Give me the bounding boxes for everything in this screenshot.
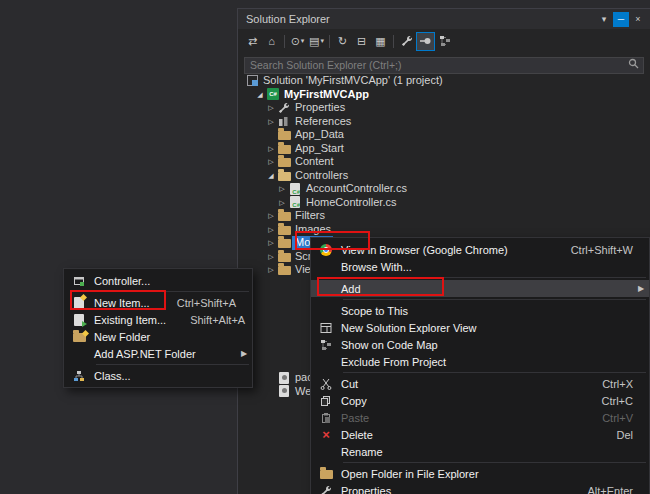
tree-item-content[interactable]: ▷Content: [244, 155, 650, 169]
tree-item-filters[interactable]: ▷Filters: [244, 209, 650, 223]
menu-item-open-folder-in-file-explorer[interactable]: Open Folder in File Explorer: [311, 465, 649, 482]
expander-icon[interactable]: ▷: [266, 209, 276, 223]
tree-item-images[interactable]: ▷Images: [244, 223, 650, 237]
panel-title: Solution Explorer: [246, 13, 595, 25]
menu-item-cut[interactable]: CutCtrl+X: [311, 375, 649, 392]
new-item-icon: [64, 297, 94, 309]
minimize-icon[interactable]: ─: [613, 12, 629, 27]
menu-item-delete[interactable]: ×DeleteDel: [311, 426, 649, 443]
menu-item-add[interactable]: Add▶: [311, 280, 649, 297]
expander-icon[interactable]: ▷: [266, 250, 276, 264]
home-icon[interactable]: ⌂: [263, 33, 280, 50]
menu-item-controller[interactable]: Controller...: [64, 272, 252, 289]
tree-item-controllers[interactable]: ◢Controllers: [244, 169, 650, 183]
expander-icon[interactable]: ◢: [266, 169, 276, 183]
menu-item-properties[interactable]: PropertiesAlt+Enter: [311, 482, 649, 494]
menu-item-label: New Item...: [94, 297, 150, 309]
tree-item-myfirstmvcapp[interactable]: ◢C#MyFirstMVCApp: [244, 88, 650, 102]
close-icon[interactable]: ×: [630, 12, 646, 27]
menu-item-new-solution-explorer-view[interactable]: New Solution Explorer View: [311, 319, 649, 336]
pending-changes-filter-icon[interactable]: ⊙▾: [289, 33, 306, 50]
collapse-all-icon[interactable]: ⊟: [353, 33, 370, 50]
expander-icon[interactable]: ▷: [266, 236, 276, 250]
expander-icon[interactable]: ▷: [266, 142, 276, 156]
menu-item-show-on-code-map[interactable]: Show on Code Map: [311, 336, 649, 353]
menu-item-view-in-browser-google-chrome[interactable]: View in Browser (Google Chrome)Ctrl+Shif…: [311, 241, 649, 258]
editor-background: [0, 0, 237, 494]
tree-item-app-data[interactable]: App_Data: [244, 128, 650, 142]
submenu-arrow-icon: ▶: [236, 349, 252, 358]
menu-item-label: Show on Code Map: [341, 339, 438, 351]
expander-icon[interactable]: ▷: [277, 196, 287, 210]
copy-icon: [311, 395, 341, 407]
menu-item-label: Properties: [341, 485, 391, 494]
wrench-icon: [311, 485, 341, 494]
class-icon: [64, 370, 94, 382]
expander-icon[interactable]: ▷: [266, 101, 276, 115]
toolbar-separator-2: [329, 35, 330, 48]
menu-item-label: New Solution Explorer View: [341, 322, 477, 334]
tree-item-label: Content: [292, 155, 337, 169]
menu-separator: [96, 364, 249, 365]
expander-icon[interactable]: ▷: [266, 155, 276, 169]
toolbar-separator-1: [284, 35, 285, 48]
project-icon: C#: [265, 88, 281, 100]
tree-item-references[interactable]: ▷References: [244, 115, 650, 129]
menu-item-label: Paste: [341, 412, 369, 424]
tree-item-label: App_Start: [292, 142, 347, 156]
show-all-files-icon[interactable]: ▦: [372, 33, 389, 50]
toolbar-separator-3: [393, 35, 394, 48]
menu-item-label: Browse With...: [341, 261, 412, 273]
menu-item-shortcut: Ctrl+X: [578, 378, 633, 390]
open-files-filter-icon[interactable]: ▤▾: [308, 33, 325, 50]
tree-item-accountcontroller-cs[interactable]: ▷C#AccountController.cs: [244, 182, 650, 196]
tree-item-label: Filters: [292, 209, 328, 223]
tree-item-solution-myfirstmvcapp-1-project[interactable]: Solution 'MyFirstMVCApp' (1 project): [244, 74, 650, 88]
menu-item-label: Delete: [341, 429, 373, 441]
sync-with-active-document-icon[interactable]: ⇄: [244, 33, 261, 50]
folder-open-icon: [276, 170, 292, 181]
config-icon: [276, 385, 292, 397]
expander-icon[interactable]: ◢: [255, 88, 265, 102]
menu-item-label: Exclude From Project: [341, 356, 446, 368]
menu-item-existing-item[interactable]: Existing Item...Shift+Alt+A: [64, 311, 252, 328]
menu-item-copy[interactable]: CopyCtrl+C: [311, 392, 649, 409]
menu-item-scope-to-this[interactable]: Scope to This: [311, 302, 649, 319]
window-position-icon[interactable]: ▾: [596, 12, 612, 27]
tree-item-properties[interactable]: ▷Properties: [244, 101, 650, 115]
code-map-icon[interactable]: [436, 33, 453, 50]
expander-icon[interactable]: ▷: [277, 182, 287, 196]
expander-icon[interactable]: ▷: [266, 115, 276, 129]
tree-item-label: HomeController.cs: [303, 196, 399, 210]
refresh-icon[interactable]: ↻: [334, 33, 351, 50]
menu-item-shortcut: Alt+Enter: [563, 485, 633, 494]
menu-item-add-asp-net-folder[interactable]: Add ASP.NET Folder▶: [64, 345, 252, 362]
search-icon[interactable]: [628, 58, 639, 69]
properties-icon[interactable]: [398, 33, 415, 50]
preview-selected-items-icon[interactable]: [417, 33, 434, 50]
menu-item-browse-with[interactable]: Browse With...: [311, 258, 649, 275]
menu-separator: [343, 462, 646, 463]
menu-item-exclude-from-project[interactable]: Exclude From Project: [311, 353, 649, 370]
menu-item-paste[interactable]: PasteCtrl+V: [311, 409, 649, 426]
menu-item-class[interactable]: Class...: [64, 367, 252, 384]
solution-explorer-titlebar[interactable]: Solution Explorer ▾─×: [238, 9, 650, 29]
menu-item-shortcut: Ctrl+Shift+W: [547, 244, 633, 256]
new-folder-icon: [64, 331, 94, 342]
existing-item-icon: [64, 314, 94, 326]
search-input[interactable]: [244, 57, 644, 74]
folder-icon: [276, 156, 292, 167]
menu-item-rename[interactable]: Rename: [311, 443, 649, 460]
menu-item-new-item[interactable]: New Item...Ctrl+Shift+A: [64, 294, 252, 311]
expander-icon[interactable]: ▷: [266, 223, 276, 237]
vs-window: Solution Explorer ▾─× ⇄⌂⊙▾▤▾↻⊟▦ Solution…: [0, 0, 650, 494]
csharp-icon: C#: [287, 183, 303, 195]
tree-item-homecontroller-cs[interactable]: ▷C#HomeController.cs: [244, 196, 650, 210]
config-icon: [276, 372, 292, 384]
menu-item-shortcut: Shift+Alt+A: [166, 314, 245, 326]
folder-icon: [276, 251, 292, 262]
menu-item-new-folder[interactable]: New Folder: [64, 328, 252, 345]
tree-item-app-start[interactable]: ▷App_Start: [244, 142, 650, 156]
menu-item-shortcut: Ctrl+V: [578, 412, 633, 424]
expander-icon[interactable]: ▷: [266, 263, 276, 277]
